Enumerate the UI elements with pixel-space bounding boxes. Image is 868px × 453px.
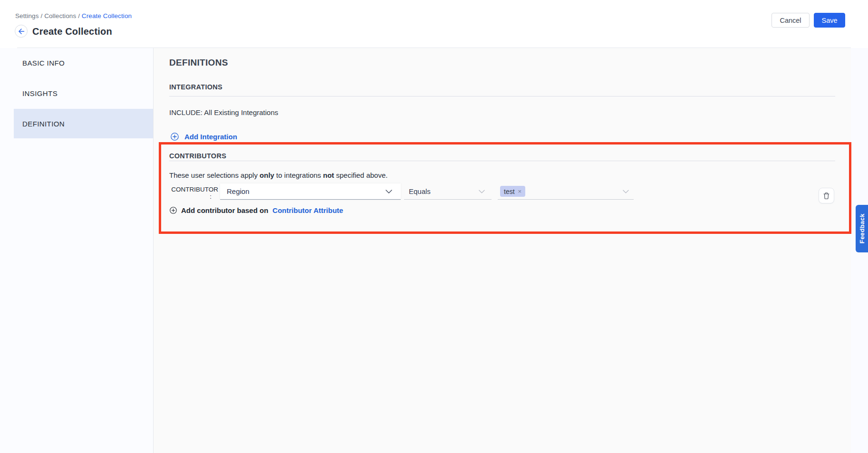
breadcrumb-collections[interactable]: Collections <box>44 12 76 19</box>
contributors-note: These user selections apply only to inte… <box>169 171 387 179</box>
back-button[interactable] <box>15 25 28 38</box>
attribute-select[interactable]: Region <box>220 183 401 200</box>
chevron-down-icon <box>479 190 485 193</box>
breadcrumb-settings[interactable]: Settings <box>15 12 39 19</box>
breadcrumb-separator: / <box>39 12 45 19</box>
sidebar-item-basic-info[interactable]: BASIC INFO <box>14 48 153 77</box>
feedback-tab-label: Feedback <box>858 213 866 243</box>
include-integrations-text: INCLUDE: All Existing Integrations <box>169 108 278 116</box>
sidebar-item-label: INSIGHTS <box>22 89 58 97</box>
chevron-down-icon <box>623 190 629 193</box>
integrations-heading: INTEGRATIONS <box>169 83 222 91</box>
sidebar-item-definition[interactable]: DEFINITION <box>14 109 153 138</box>
plus-circle-icon <box>170 207 177 214</box>
contributor-row-label: CONTRIBUTOR : <box>171 186 218 200</box>
divider <box>169 161 835 161</box>
add-integration-label: Add Integration <box>184 133 237 141</box>
add-integration-button[interactable]: Add Integration <box>171 133 237 141</box>
section-title: DEFINITIONS <box>169 58 228 68</box>
value-tag: test × <box>500 186 525 197</box>
main-panel: DEFINITIONS INTEGRATIONS INCLUDE: All Ex… <box>154 48 868 453</box>
cancel-button[interactable]: Cancel <box>772 13 810 28</box>
delete-contributor-button[interactable] <box>819 188 834 203</box>
sidebar-item-insights[interactable]: INSIGHTS <box>14 78 153 108</box>
divider <box>169 96 835 96</box>
values-multiselect[interactable]: test × <box>498 183 634 200</box>
attribute-select-value: Region <box>227 187 250 195</box>
page-header: Settings / Collections / Create Collecti… <box>0 0 868 48</box>
add-contributor-label: Add contributor based on <box>181 206 268 214</box>
page-title: Create Collection <box>32 26 112 37</box>
add-contributor-button[interactable]: Add contributor based on Contributor Att… <box>170 206 343 214</box>
trash-icon <box>823 192 830 200</box>
chevron-down-icon <box>386 190 392 193</box>
remove-tag-button[interactable]: × <box>518 188 522 195</box>
sidebar-item-label: BASIC INFO <box>22 59 65 67</box>
contributors-heading: CONTRIBUTORS <box>169 152 226 160</box>
feedback-tab[interactable]: Feedback <box>856 205 868 252</box>
operator-select[interactable]: Equals <box>404 183 492 200</box>
arrow-left-icon <box>18 29 25 34</box>
sidebar-nav: BASIC INFO INSIGHTS DEFINITION <box>14 48 153 138</box>
sidebar-item-label: DEFINITION <box>22 120 65 128</box>
plus-circle-icon <box>171 133 179 141</box>
breadcrumb: Settings / Collections / Create Collecti… <box>15 12 132 19</box>
value-tag-label: test <box>504 188 515 195</box>
contributor-attribute-link[interactable]: Contributor Attribute <box>272 206 343 214</box>
contributor-label-text: CONTRIBUTOR <box>171 186 218 193</box>
contributor-label-colon: : <box>171 193 218 200</box>
breadcrumb-current[interactable]: Create Collection <box>82 12 132 19</box>
save-button[interactable]: Save <box>814 13 845 28</box>
sidebar: BASIC INFO INSIGHTS DEFINITION <box>0 48 154 453</box>
breadcrumb-separator: / <box>76 12 82 19</box>
operator-select-value: Equals <box>409 187 431 195</box>
